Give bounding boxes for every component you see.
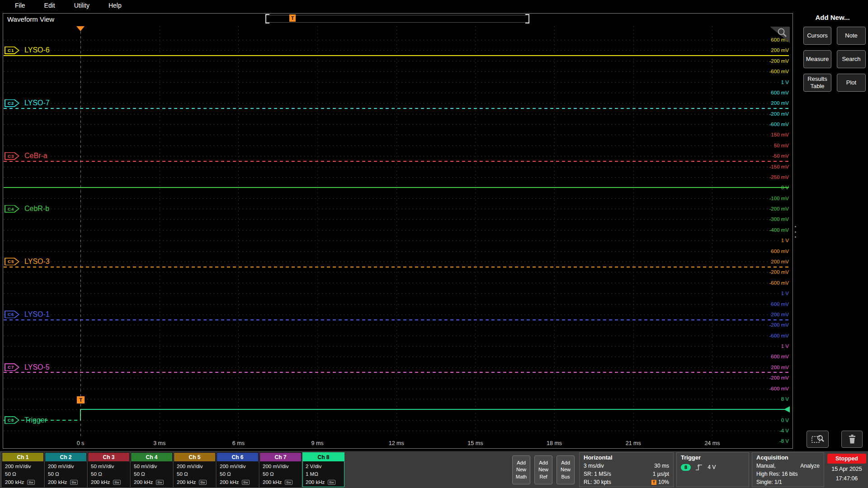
channel-badge-text: C7 [5,363,17,371]
channel-button-ch2[interactable]: Ch 2200 mV/div50 Ω200 kHzBw [45,452,87,487]
channel-label-c4[interactable]: C4CebR-b [5,205,49,213]
channel-button-ch6[interactable]: Ch 6200 mV/div50 Ω200 kHzBw [217,452,259,487]
channel-bandwidth-row: 200 kHzBw [134,479,170,486]
channel-scale: 200 mV/div [263,463,298,470]
trigger-level-arrow-icon[interactable] [784,406,790,413]
channel-button-ch7[interactable]: Ch 7200 mV/div50 Ω200 kHzBw [259,452,302,487]
channel-badge-c4[interactable]: C4 [5,205,19,213]
channel-button-ch4[interactable]: Ch 450 mV/div50 Ω200 kHzBw [131,452,173,487]
channel-name-c5: LYSO-3 [24,258,50,266]
scale-label-c2: 200 mV [750,100,789,106]
channel-button-ch1[interactable]: Ch 1200 mV/div50 Ω200 kHzBw [2,452,44,487]
delete-button[interactable] [841,431,863,448]
channel-label-c3[interactable]: C3CeBr-a [5,152,47,160]
channel-name-c1: LYSO-6 [24,46,50,54]
trigger-source-badge: 8 [681,464,691,471]
add-button-line: Add [539,460,548,466]
channel-label-c6[interactable]: C6LYSO-1 [5,310,50,319]
trace-c5 [4,267,789,267]
channel-scale: 2 V/div [306,463,341,470]
acquisition-settings-panel[interactable]: Acquisition Manual, Analyze High Res: 16… [752,452,824,487]
channel-impedance: 50 Ω [5,470,41,478]
sample-rate: SR: 1 MS/s [584,470,611,478]
channel-button-ch3[interactable]: Ch 350 mV/div50 Ω200 kHzBw [88,452,130,487]
scale-label-c8: 0 V [750,418,789,423]
time-label: 15 ms [467,440,483,446]
sidebar-button-cursors[interactable]: Cursors [803,27,831,45]
sidebar-button-results-table[interactable]: Results Table [803,74,831,92]
channel-badge-c7[interactable]: C7 [5,363,19,371]
channel-button-header: Ch 3 [88,453,129,461]
scale-label-c7: 600 mV [750,354,789,359]
sidebar-button-search[interactable]: Search [837,50,866,68]
panel-splitter-handle[interactable] [794,226,797,238]
add-new-ref-button[interactable]: AddNewRef [534,455,552,484]
acquisition-mode: Manual, [756,462,776,470]
run-state-badge: Stopped [827,454,866,464]
channel-badge-c6[interactable]: C6 [5,310,19,318]
zoom-box-icon [811,434,825,444]
scale-label-c1: 200 mV [750,47,789,53]
trigger-position-line [80,26,81,439]
scale-label-c3: -250 mV [750,174,789,180]
channel-bandwidth-row: 200 kHzBw [48,479,84,486]
channel-badge-c3[interactable]: C3 [5,152,19,160]
channel-bandwidth-row: 200 kHzBw [263,479,298,486]
channel-button-settings: 50 mV/div50 Ω200 kHzBw [131,461,172,487]
splitter-dot [795,236,796,238]
channel-button-ch5[interactable]: Ch 5200 mV/div50 Ω200 kHzBw [174,452,216,487]
channel-button-ch8[interactable]: Ch 82 V/div1 MΩ200 kHzBw [302,452,344,487]
sample-interval: 1 µs/pt [653,470,669,478]
trace-c6 [4,319,789,320]
acquisition-title: Acquisition [752,453,824,462]
time-label: 21 ms [626,440,641,446]
zoom-tool-button[interactable] [807,431,829,448]
channel-label-c7[interactable]: C7LYSO-5 [5,363,50,371]
channel-scale: 200 mV/div [48,463,84,470]
channel-button-settings: 200 mV/div50 Ω200 kHzBw [2,461,43,487]
channel-badge-text: C4 [5,205,17,213]
sidebar-button-measure[interactable]: Measure [803,50,831,68]
add-button-line: Ref [539,474,547,480]
channel-bandwidth: 200 kHz [220,479,239,486]
channel-buttons-strip: Ch 1200 mV/div50 Ω200 kHzBwCh 2200 mV/di… [2,452,344,487]
trigger-settings-panel[interactable]: Trigger 8 4 V [676,452,749,487]
channel-button-header: Ch 4 [131,453,172,461]
add-new-strip: AddNewMathAddNewRefAddNewBus [512,455,575,484]
gridline-vertical [396,26,397,439]
acquisition-resolution: High Res: 16 bits [756,470,797,478]
channel-button-settings: 50 mV/div50 Ω200 kHzBw [88,461,129,487]
scale-label-c6: -200 mV [750,322,789,328]
sidebar-button-note[interactable]: Note [837,27,866,45]
channel-name-c6: LYSO-1 [24,310,50,319]
magnifier-icon[interactable] [777,28,788,38]
add-new-bus-button[interactable]: AddNewBus [557,455,575,484]
scale-label-c1: -600 mV [750,69,789,74]
add-button-line: Add [517,460,526,466]
channel-scale: 50 mV/div [91,463,127,470]
channel-badge-c8[interactable]: C8 [5,416,19,424]
scale-label-c7: -200 mV [750,375,789,380]
channel-label-c8[interactable]: C8Trigger [5,416,47,424]
channel-badge-c2[interactable]: C2 [5,99,19,107]
trigger-position-icon[interactable] [76,26,85,31]
add-new-math-button[interactable]: AddNewMath [512,455,530,484]
channel-badge-c1[interactable]: C1 [5,47,19,54]
channel-impedance: 50 Ω [220,470,255,478]
scale-label-c2: -200 mV [750,111,789,117]
channel-name-c7: LYSO-5 [24,363,50,371]
channel-label-c1[interactable]: C1LYSO-6 [5,46,50,54]
channel-label-c5[interactable]: C5LYSO-3 [5,258,50,266]
sidebar-button-plot[interactable]: Plot [837,74,866,92]
channel-badge-c5[interactable]: C5 [5,258,19,265]
time-label: 12 ms [389,440,404,446]
horizontal-settings-panel[interactable]: Horizontal 3 ms/div 30 ms SR: 1 MS/s 1 µ… [579,452,674,487]
scale-label-c6: 1 V [750,291,789,296]
channel-label-c2[interactable]: C2LYSO-7 [5,99,50,107]
time-label: 18 ms [547,440,562,446]
time-label: 3 ms [153,440,165,446]
add-new-buttons: CursorsNoteMeasureSearchResults TablePlo… [797,21,868,92]
trigger-level-marker[interactable]: T [77,396,85,404]
scale-label-c8: 8 V [750,396,789,402]
channel-impedance: 50 Ω [91,470,127,478]
